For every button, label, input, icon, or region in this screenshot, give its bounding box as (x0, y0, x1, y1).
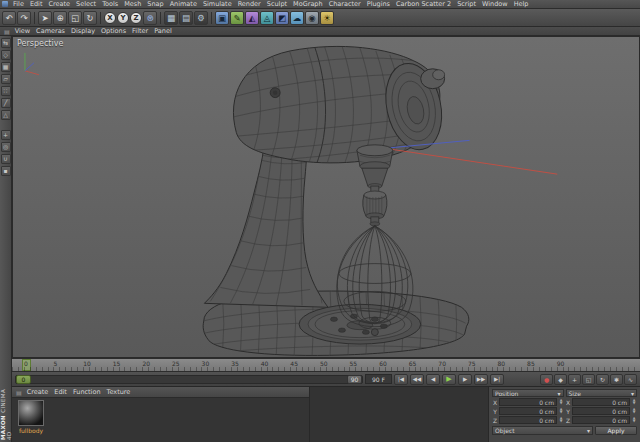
lock-workplane-icon[interactable]: ▪ (1, 166, 11, 176)
menu-tools[interactable]: Tools (99, 0, 121, 8)
add-camera-icon[interactable]: ◉ (305, 11, 319, 25)
stepper-down-icon[interactable]: ▼ (633, 420, 636, 423)
scale-tool-icon[interactable]: ◱ (68, 11, 82, 25)
vp-menu-filter[interactable]: Filter (129, 27, 151, 35)
model-mode-icon[interactable]: ◇ (1, 50, 11, 60)
mat-menu-create[interactable]: Create (24, 388, 52, 396)
vp-menu-options[interactable]: Options (98, 27, 129, 35)
stepper-down-icon[interactable]: ▼ (633, 402, 636, 405)
stepper-down-icon[interactable]: ▼ (560, 402, 563, 405)
material-item[interactable]: fullbody (15, 400, 47, 440)
viewport-canvas[interactable] (13, 37, 639, 357)
timeline-ruler[interactable]: 0 5 10 15 20 25 30 35 40 45 50 55 60 65 … (12, 358, 640, 371)
undo-icon[interactable]: ↶ (2, 11, 16, 25)
perspective-viewport[interactable]: Perspective (12, 36, 640, 358)
range-end-handle[interactable]: 90 (347, 375, 362, 384)
menu-script[interactable]: Script (454, 0, 479, 8)
menu-simulate[interactable]: Simulate (200, 0, 235, 8)
material-thumbnail[interactable] (18, 400, 44, 426)
add-environment-icon[interactable]: ☁ (290, 11, 304, 25)
add-deformer-icon[interactable]: ◩ (275, 11, 289, 25)
preview-range-slider[interactable]: 0 90 (15, 375, 363, 384)
size-column-dropdown[interactable]: Size ▾ (566, 389, 638, 397)
menu-mograph[interactable]: MoGraph (290, 0, 326, 8)
texture-mode-icon[interactable]: ▦ (1, 62, 11, 72)
position-z-field[interactable]: 0 cm (499, 416, 557, 424)
workplane-mode-icon[interactable]: ▱ (1, 74, 11, 84)
add-spline-icon[interactable]: ✎ (230, 11, 244, 25)
size-z-field[interactable]: 0 cm (572, 416, 630, 424)
position-y-stepper[interactable]: ▲▼ (558, 408, 564, 414)
render-view-icon[interactable]: ▦ (164, 11, 178, 25)
vp-menu-panel[interactable]: Panel (151, 27, 175, 35)
record-position-button[interactable]: + (568, 374, 581, 385)
menu-sculpt[interactable]: Sculpt (264, 0, 290, 8)
stepper-down-icon[interactable]: ▼ (560, 411, 563, 414)
lock-z-axis-button[interactable]: Z (130, 12, 142, 24)
play-button[interactable]: ▶ (442, 374, 456, 385)
edges-mode-icon[interactable]: ╱ (1, 98, 11, 108)
menu-animate[interactable]: Animate (167, 0, 200, 8)
goto-end-button[interactable]: ▶| (490, 374, 504, 385)
lock-y-axis-button[interactable]: Y (117, 12, 129, 24)
points-mode-icon[interactable]: ∷ (1, 86, 11, 96)
vp-menu-cameras[interactable]: Cameras (33, 27, 68, 35)
position-column-dropdown[interactable]: Position ▾ (492, 389, 564, 397)
stepper-down-icon[interactable]: ▼ (560, 420, 563, 423)
move-tool-icon[interactable]: ⊕ (53, 11, 67, 25)
menu-plugins[interactable]: Plugins (364, 0, 393, 8)
menu-file[interactable]: File (10, 0, 27, 8)
add-light-icon[interactable]: ☀ (320, 11, 334, 25)
apply-button[interactable]: Apply (595, 426, 637, 435)
record-keyframe-button[interactable]: ● (540, 374, 553, 385)
world-axis-x[interactable] (385, 148, 557, 174)
size-y-stepper[interactable]: ▲▼ (631, 408, 637, 414)
menu-snap[interactable]: Snap (144, 0, 166, 8)
add-cube-icon[interactable]: ▣ (215, 11, 229, 25)
polygons-mode-icon[interactable]: △ (1, 110, 11, 120)
menu-help[interactable]: Help (511, 0, 532, 8)
record-scale-button[interactable]: ◱ (582, 374, 595, 385)
add-generator-icon[interactable]: ◭ (245, 11, 259, 25)
menu-character[interactable]: Character (326, 0, 364, 8)
snap-toggle-icon[interactable]: ∪ (1, 154, 11, 164)
position-x-field[interactable]: 0 cm (499, 398, 557, 406)
enable-axis-icon[interactable]: + (1, 130, 11, 140)
viewport-solo-icon[interactable]: ◎ (1, 142, 11, 152)
record-parameter-button[interactable]: ✱ (610, 374, 623, 385)
live-selection-icon[interactable]: ➤ (38, 11, 52, 25)
position-z-stepper[interactable]: ▲▼ (558, 417, 564, 423)
mixer-wireframe-model[interactable] (202, 45, 557, 357)
menu-select[interactable]: Select (73, 0, 99, 8)
coordinate-system-icon[interactable]: ⊛ (143, 11, 157, 25)
mat-menu-texture[interactable]: Texture (104, 388, 134, 396)
menu-window[interactable]: Window (479, 0, 511, 8)
rotate-tool-icon[interactable]: ↻ (83, 11, 97, 25)
mat-menu-edit[interactable]: Edit (51, 388, 70, 396)
menu-render[interactable]: Render (235, 0, 264, 8)
autokey-button[interactable]: ◆ (554, 374, 567, 385)
menu-mesh[interactable]: Mesh (121, 0, 144, 8)
menu-edit[interactable]: Edit (27, 0, 46, 8)
position-y-field[interactable]: 0 cm (499, 407, 557, 415)
coord-mode-dropdown[interactable]: Object ▾ (492, 426, 593, 435)
make-editable-icon[interactable]: ⇆ (1, 38, 11, 48)
redo-icon[interactable]: ↷ (17, 11, 31, 25)
lock-x-axis-button[interactable]: X (104, 12, 116, 24)
record-rotation-button[interactable]: ↻ (596, 374, 609, 385)
size-y-field[interactable]: 0 cm (572, 407, 630, 415)
menu-create[interactable]: Create (45, 0, 73, 8)
goto-start-button[interactable]: |◀ (394, 374, 408, 385)
stepper-down-icon[interactable]: ▼ (633, 411, 636, 414)
size-x-field[interactable]: 0 cm (572, 398, 630, 406)
next-key-button[interactable]: ▶▶ (474, 374, 488, 385)
vp-menu-display[interactable]: Display (68, 27, 98, 35)
record-pla-button[interactable]: ∿ (624, 374, 637, 385)
end-frame-field[interactable]: 90 F (365, 374, 392, 384)
render-picture-viewer-icon[interactable]: ▤ (179, 11, 193, 25)
size-z-stepper[interactable]: ▲▼ (631, 417, 637, 423)
render-settings-icon[interactable]: ⚙ (194, 11, 208, 25)
vp-menu-view[interactable]: View (12, 27, 33, 35)
add-hypernurbs-icon[interactable]: ◬ (260, 11, 274, 25)
prev-frame-button[interactable]: ◀ (426, 374, 440, 385)
